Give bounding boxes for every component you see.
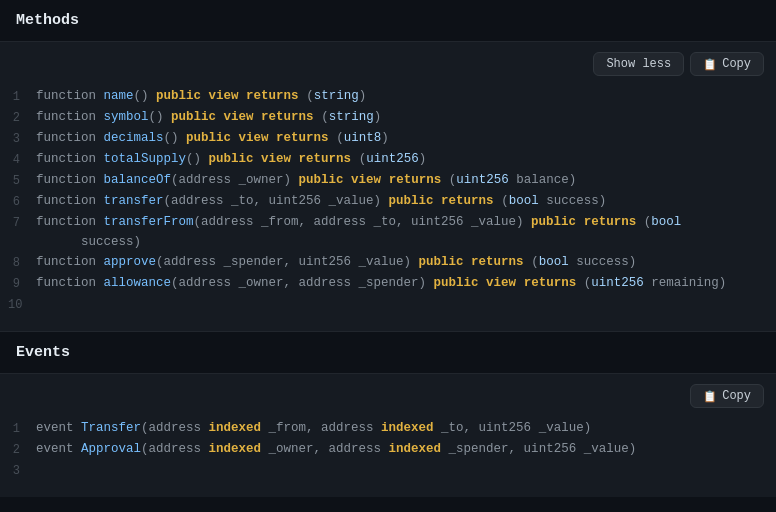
methods-code-content: 1function name() public view returns (st…	[0, 82, 776, 331]
events-section: Events 📋 Copy 1event Transfer(address in…	[0, 332, 776, 497]
line-code: function balanceOf(address _owner) publi…	[36, 170, 760, 190]
events-toolbar: 📋 Copy	[0, 374, 776, 414]
line-number: 3	[8, 460, 36, 481]
line-number: 5	[8, 170, 36, 191]
line-number: 2	[8, 107, 36, 128]
code-line: 2event Approval(address indexed _owner, …	[8, 439, 760, 460]
code-line: 3function decimals() public view returns…	[8, 128, 760, 149]
line-number: 6	[8, 191, 36, 212]
events-header: Events	[0, 332, 776, 374]
methods-header: Methods	[0, 0, 776, 42]
line-code: function approve(address _spender, uint2…	[36, 252, 760, 272]
show-less-button[interactable]: Show less	[593, 52, 684, 76]
line-number: 3	[8, 128, 36, 149]
line-number: 1	[8, 418, 36, 439]
line-number: 4	[8, 149, 36, 170]
line-number: 8	[8, 252, 36, 273]
line-number: 1	[8, 86, 36, 107]
events-code-block: 📋 Copy 1event Transfer(address indexed _…	[0, 374, 776, 497]
code-line: 2function symbol() public view returns (…	[8, 107, 760, 128]
code-line: 6function transfer(address _to, uint256 …	[8, 191, 760, 212]
line-number: 10	[8, 294, 38, 315]
code-line: 9function allowance(address _owner, addr…	[8, 273, 760, 294]
line-number: 2	[8, 439, 36, 460]
methods-code-block: Show less 📋 Copy 1function name() public…	[0, 42, 776, 331]
code-line: 8function approve(address _spender, uint…	[8, 252, 760, 273]
methods-section: Methods Show less 📋 Copy 1function name(…	[0, 0, 776, 331]
code-line: 10	[8, 294, 760, 315]
copy-icon: 📋	[703, 58, 717, 71]
line-code: function transfer(address _to, uint256 _…	[36, 191, 760, 211]
line-code: function decimals() public view returns …	[36, 128, 760, 148]
code-line: 4function totalSupply() public view retu…	[8, 149, 760, 170]
line-number: 7	[8, 212, 36, 233]
line-code: function transferFrom(address _from, add…	[36, 212, 760, 252]
line-code: function allowance(address _owner, addre…	[36, 273, 760, 293]
events-copy-button[interactable]: 📋 Copy	[690, 384, 764, 408]
code-line: 7function transferFrom(address _from, ad…	[8, 212, 760, 252]
code-line: 5function balanceOf(address _owner) publ…	[8, 170, 760, 191]
line-code: event Approval(address indexed _owner, a…	[36, 439, 760, 459]
line-code: function totalSupply() public view retur…	[36, 149, 760, 169]
copy-icon-events: 📋	[703, 390, 717, 403]
methods-toolbar: Show less 📋 Copy	[0, 42, 776, 82]
events-code-content: 1event Transfer(address indexed _from, a…	[0, 414, 776, 497]
code-line: 1event Transfer(address indexed _from, a…	[8, 418, 760, 439]
code-line: 3	[8, 460, 760, 481]
code-line: 1function name() public view returns (st…	[8, 86, 760, 107]
methods-copy-button[interactable]: 📋 Copy	[690, 52, 764, 76]
line-code: function name() public view returns (str…	[36, 86, 760, 106]
line-code: function symbol() public view returns (s…	[36, 107, 760, 127]
line-number: 9	[8, 273, 36, 294]
line-code: event Transfer(address indexed _from, ad…	[36, 418, 760, 438]
